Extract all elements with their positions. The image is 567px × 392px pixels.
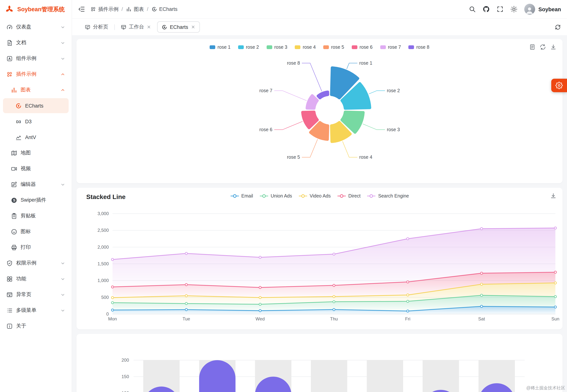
svg-text:rose 2: rose 2 [387,88,400,93]
sidebar-collapse-button[interactable] [78,6,85,13]
component-icon [6,55,13,62]
svg-text:Wed: Wed [256,316,265,321]
grid-icon [6,276,13,282]
sidebar-item-权限示例[interactable]: 权限示例 [3,256,69,271]
sidebar-item-地图[interactable]: 地图 [3,145,69,160]
svg-text:150: 150 [121,374,129,379]
tabs: 分析页工作台ECharts [84,21,200,33]
sidebar-item-label: 关于 [16,323,65,329]
sidebar-item-label: 多级菜单 [16,307,57,314]
svg-text:2,500: 2,500 [98,228,109,233]
plugin-icon [6,71,13,77]
theme-settings-button[interactable] [551,79,567,92]
sidebar-item-label: Swiper插件 [21,197,65,204]
sidebar-item-ECharts[interactable]: ECharts [3,98,69,113]
sidebar-item-打印[interactable]: 打印 [3,240,69,255]
fullscreen-icon[interactable] [496,6,503,13]
map-icon [11,150,17,156]
sidebar-item-图表[interactable]: 图表 [3,83,69,98]
sidebar-item-仪表盘[interactable]: 仪表盘 [3,19,69,34]
legend-swatch [380,45,386,49]
tab-工作台[interactable]: 工作台 [120,21,152,33]
legend-label: rose 8 [416,45,430,50]
breadcrumb-label: 插件示例 [98,6,118,13]
sidebar-item-文档[interactable]: 文档 [3,35,69,50]
sidebar-item-label: 插件示例 [16,71,57,78]
sidebar-item-插件示例[interactable]: 插件示例 [3,67,69,82]
chevron-down-icon [60,292,65,297]
sidebar-item-功能[interactable]: 功能 [3,271,69,286]
legend-label: rose 7 [388,45,401,50]
app-root: Soybean管理系统 仪表盘文档组件示例插件示例图表EChartsD3D3An… [0,0,567,392]
legend-item-Video Ads[interactable]: Video Ads [299,193,331,199]
sidebar-item-AntV[interactable]: AntV [3,130,69,145]
chevron-down-icon [60,56,65,61]
svg-text:2,000: 2,000 [98,245,109,250]
app-logo[interactable]: Soybean管理系统 [0,0,72,19]
legend-label: Direct [348,193,361,199]
sidebar-item-图标[interactable]: 图标 [3,224,69,239]
download-icon[interactable] [550,44,556,50]
legend-item-rose 8[interactable]: rose 8 [408,45,430,50]
legend-label: rose 2 [246,45,259,50]
sidebar-item-关于[interactable]: 关于 [3,319,69,334]
chart-icon [126,6,132,12]
breadcrumb-item-ECharts[interactable]: ECharts [151,6,177,12]
sidebar-item-label: 组件示例 [16,55,57,62]
close-icon[interactable] [147,25,151,29]
editor-icon [11,181,17,188]
stacked-line-card: Stacked Line EmailUnion AdsVideo AdsDire… [76,188,563,329]
avatar [524,4,535,15]
tab-label: ECharts [170,24,188,30]
github-icon[interactable] [482,6,490,13]
legend-item-rose 3[interactable]: rose 3 [266,45,288,50]
legend-item-rose 5[interactable]: rose 5 [323,45,344,50]
sidebar-item-多级菜单[interactable]: 多级菜单 [3,303,69,318]
legend-item-rose 2[interactable]: rose 2 [238,45,259,50]
breadcrumb-label: 图表 [134,6,144,13]
rose-chart: rose 1rose 2rose 3rose 4rose 5rose 6rose… [76,39,563,183]
user-menu[interactable]: Soybean [524,4,561,15]
legend-item-Union Ads[interactable]: Union Ads [260,193,292,199]
refresh-page-button[interactable] [555,24,561,30]
chevron-down-icon [60,276,65,281]
sidebar-item-label: 地图 [21,150,65,156]
echarts-icon [151,6,157,12]
download-icon[interactable] [550,193,556,199]
sidebar-item-剪贴板[interactable]: 剪贴板 [3,208,69,223]
legend-item-rose 7[interactable]: rose 7 [380,45,401,50]
sidebar-item-label: 编辑器 [21,181,57,188]
dataview-icon[interactable] [529,44,536,50]
tab-分析页[interactable]: 分析页 [84,21,109,33]
sidebar-item-组件示例[interactable]: 组件示例 [3,51,69,66]
sidebar-menu: 仪表盘文档组件示例插件示例图表EChartsD3D3AntV地图视频编辑器SSw… [0,19,72,392]
close-icon[interactable] [191,25,195,29]
svg-text:rose 7: rose 7 [259,88,272,93]
stacked-line-legend: EmailUnion AdsVideo AdsDirectSearch Engi… [76,193,563,199]
svg-text:Tue: Tue [182,316,190,321]
sidebar-item-Swiper插件[interactable]: SSwiper插件 [3,193,69,208]
breadcrumb-item-插件示例[interactable]: 插件示例 [90,6,118,13]
svg-text:3,000: 3,000 [98,211,109,216]
search-icon[interactable] [468,6,476,13]
watermark: @稀土掘金技术社区 [526,385,565,391]
breadcrumb-separator: / [147,6,148,12]
sidebar-item-D3[interactable]: D3D3 [3,114,69,129]
tab-ECharts[interactable]: ECharts [157,21,200,33]
legend-item-rose 1[interactable]: rose 1 [210,45,231,50]
sidebar-item-视频[interactable]: 视频 [3,161,69,176]
chevron-up-icon [60,72,65,77]
theme-toggle-icon[interactable] [510,6,517,13]
breadcrumb-item-图表[interactable]: 图表 [126,6,144,13]
svg-text:rose 6: rose 6 [259,127,272,132]
legend-item-Direct[interactable]: Direct [337,193,361,199]
legend-item-Search Engine[interactable]: Search Engine [367,193,409,199]
legend-item-rose 6[interactable]: rose 6 [352,45,373,50]
sidebar-item-编辑器[interactable]: 编辑器 [3,177,69,192]
legend-item-rose 4[interactable]: rose 4 [295,45,316,50]
legend-item-Email[interactable]: Email [230,193,253,199]
sidebar-item-异常页[interactable]: 异常页 [3,287,69,302]
legend-label: Video Ads [310,193,331,199]
legend-swatch [408,45,414,49]
restore-icon[interactable] [540,44,546,50]
